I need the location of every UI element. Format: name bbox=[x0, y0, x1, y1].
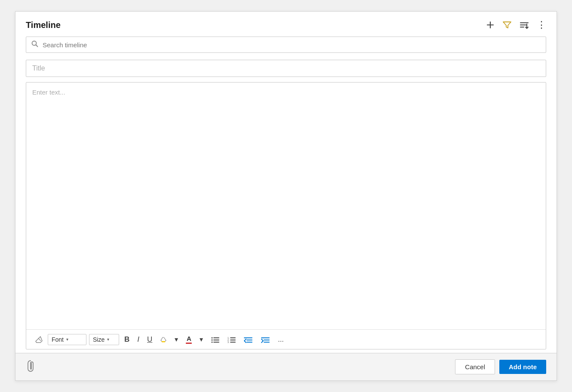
search-input[interactable] bbox=[43, 41, 541, 49]
eraser-button[interactable] bbox=[31, 334, 45, 346]
italic-button[interactable]: I bbox=[135, 334, 142, 346]
decrease-indent-button[interactable] bbox=[241, 334, 255, 345]
size-dropdown[interactable]: Size ▾ bbox=[89, 334, 119, 345]
svg-point-10 bbox=[212, 337, 213, 338]
increase-indent-button[interactable] bbox=[258, 334, 273, 345]
bullet-list-button[interactable] bbox=[208, 334, 222, 345]
svg-line-8 bbox=[38, 338, 41, 341]
search-icon bbox=[31, 40, 38, 49]
size-label: Size bbox=[93, 336, 105, 343]
svg-line-7 bbox=[36, 45, 38, 47]
filter-icon[interactable] bbox=[502, 21, 512, 29]
size-dropdown-arrow: ▾ bbox=[107, 337, 109, 342]
more-options-icon[interactable]: ⋮ bbox=[537, 19, 546, 31]
panel-footer: Cancel Add note bbox=[15, 353, 557, 380]
search-bar bbox=[26, 37, 546, 53]
add-note-button[interactable]: Add note bbox=[499, 360, 546, 374]
font-color-dropdown-button[interactable]: ▾ bbox=[197, 334, 206, 345]
svg-point-12 bbox=[212, 341, 213, 343]
font-dropdown[interactable]: Font ▾ bbox=[48, 334, 86, 345]
sort-icon[interactable] bbox=[520, 21, 529, 29]
header-actions: ⋮ bbox=[486, 19, 546, 31]
underline-label: U bbox=[147, 335, 152, 344]
title-input-wrapper bbox=[26, 60, 546, 77]
more-label: ... bbox=[278, 336, 283, 343]
bold-button[interactable]: B bbox=[122, 334, 132, 346]
font-label: Font bbox=[52, 336, 64, 343]
text-editor-wrapper: Font ▾ Size ▾ B I U bbox=[26, 82, 546, 349]
cancel-button[interactable]: Cancel bbox=[455, 359, 495, 374]
underline-button[interactable]: U bbox=[145, 334, 155, 346]
numbered-list-button[interactable]: 1. 2. 3. bbox=[224, 334, 238, 345]
text-editor-area[interactable] bbox=[26, 83, 546, 329]
svg-text:3.: 3. bbox=[228, 341, 229, 343]
panel-header: Timeline bbox=[15, 12, 557, 37]
svg-point-11 bbox=[212, 339, 213, 340]
footer-right: Cancel Add note bbox=[455, 359, 546, 374]
font-dropdown-arrow: ▾ bbox=[66, 337, 68, 342]
footer-left bbox=[26, 360, 35, 374]
more-formatting-button[interactable]: ... bbox=[275, 334, 286, 345]
bold-label: B bbox=[124, 335, 129, 344]
highlight-button[interactable] bbox=[157, 335, 169, 344]
add-icon[interactable] bbox=[486, 21, 495, 29]
formatting-toolbar: Font ▾ Size ▾ B I U bbox=[26, 329, 546, 349]
italic-label: I bbox=[137, 335, 139, 344]
panel-title: Timeline bbox=[26, 20, 61, 30]
title-input[interactable] bbox=[32, 64, 540, 72]
highlight-dropdown-button[interactable]: ▾ bbox=[172, 334, 181, 345]
attachment-icon[interactable] bbox=[26, 360, 35, 374]
font-color-button[interactable]: A bbox=[183, 333, 194, 346]
timeline-panel: Timeline bbox=[15, 11, 557, 381]
